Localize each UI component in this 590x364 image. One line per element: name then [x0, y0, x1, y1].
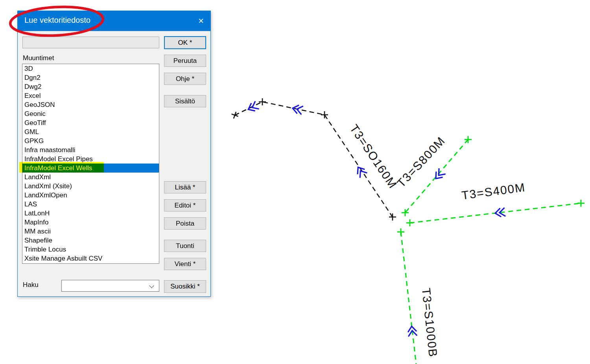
converter-list-item[interactable]: Excel	[22, 91, 159, 100]
converter-list-item[interactable]: MapInfo	[22, 218, 159, 227]
converter-list-item[interactable]: 3D	[22, 64, 159, 73]
converter-list-item[interactable]: Shapefile	[22, 236, 159, 245]
pipe-label-s800m: T3=S800M	[394, 134, 448, 190]
converter-list-item[interactable]: LandXml	[22, 173, 159, 182]
read-vector-file-dialog: Lue vektoritiedosto × OK * Peruuta Ohje …	[17, 11, 211, 297]
vertex-marker	[321, 111, 328, 118]
converter-list-item[interactable]: GML	[22, 127, 159, 136]
flow-arrow-icon	[246, 101, 259, 113]
converter-list-item[interactable]: InfraModel Excel Pipes	[22, 154, 159, 164]
edit-button[interactable]: Editoi *	[164, 199, 206, 211]
converter-list-item[interactable]: Trimble Locus	[22, 245, 159, 254]
favorite-button[interactable]: Suosikki *	[164, 280, 206, 293]
vertex-marker	[389, 213, 396, 221]
cancel-button[interactable]: Peruuta	[164, 55, 206, 67]
converter-list-item[interactable]: GPKG	[22, 136, 159, 145]
help-button[interactable]: Ohje *	[164, 73, 206, 85]
converter-list-item[interactable]: GeoJSON	[22, 100, 159, 109]
export-button[interactable]: Vienti *	[164, 258, 206, 270]
content-button[interactable]: Sisältö	[164, 95, 206, 107]
converter-list-item[interactable]: Xsite Manage Asbuilt CSV	[22, 254, 159, 263]
add-button[interactable]: Lisää *	[164, 181, 206, 193]
ok-button[interactable]: OK *	[164, 36, 206, 49]
vertex-marker	[397, 228, 404, 235]
pipe-label-s400m: T3=S400M	[461, 181, 526, 202]
import-button[interactable]: Tuonti	[164, 240, 206, 252]
converter-list-item[interactable]: GeoTiff	[22, 118, 159, 127]
dialog-title: Lue vektoritiedosto	[24, 16, 90, 25]
converter-list-item[interactable]: LAS	[22, 200, 159, 209]
converter-list-item[interactable]: Dwg2	[22, 82, 159, 91]
pipe-label-so160m: T3=SO160M	[347, 122, 400, 191]
converter-list-item[interactable]: LandXml (Xsite)	[22, 182, 159, 191]
planned-pipe-s1000	[401, 232, 416, 364]
vertex-marker	[577, 200, 584, 207]
converter-list-item[interactable]: InfraModel Excel Wells	[22, 164, 159, 173]
filename-input[interactable]	[22, 37, 159, 48]
converter-list-item[interactable]: MM ascii	[22, 227, 159, 236]
search-combobox[interactable]	[61, 280, 159, 292]
pipe-label-s1000b: T3=S1000B	[420, 287, 440, 358]
remove-button[interactable]: Poista	[164, 217, 206, 230]
converter-listbox[interactable]: 3DDgn2Dwg2ExcelGeoJSONGeonicGeoTiffGMLGP…	[22, 64, 159, 264]
vertex-marker	[259, 98, 266, 105]
vertex-marker	[230, 110, 239, 119]
converter-list-item[interactable]: Geonic	[22, 109, 159, 118]
flow-arrow-icon	[433, 168, 446, 181]
converter-list-item[interactable]: LatLonH	[22, 209, 159, 218]
converter-list-item[interactable]: Dgn2	[22, 73, 159, 82]
search-label: Haku	[23, 281, 39, 289]
app-canvas: T3=SO160M T3=S800M T3=S400M T3=S1000B Lu…	[0, 0, 590, 364]
converter-list-item[interactable]: Infra maastomalli	[22, 145, 159, 154]
converters-label: Muuntimet	[23, 54, 54, 62]
close-button[interactable]: ×	[192, 11, 210, 31]
dialog-titlebar[interactable]: Lue vektoritiedosto ×	[18, 11, 210, 31]
flow-arrow-icon	[292, 104, 303, 115]
vertex-marker	[406, 219, 413, 226]
converter-list-item[interactable]: LandXmlOpen	[22, 191, 159, 200]
